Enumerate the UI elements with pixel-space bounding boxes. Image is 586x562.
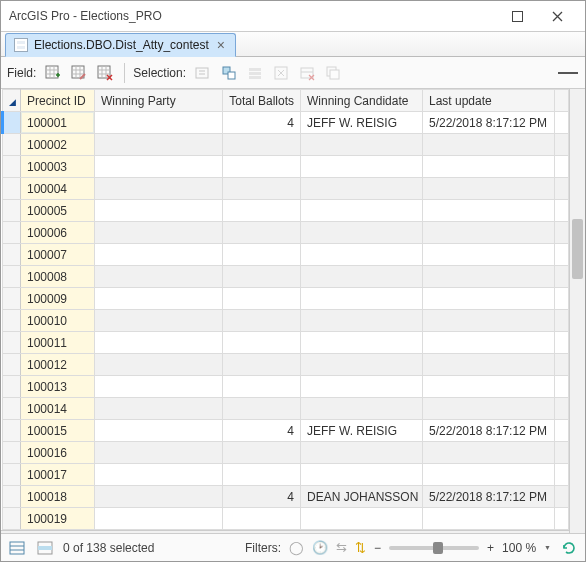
cell-winning-party[interactable]	[95, 178, 223, 200]
cell-winning-party[interactable]	[95, 486, 223, 508]
table-row[interactable]: 1000014JEFF W. REISIG5/22/2018 8:17:12 P…	[3, 112, 569, 134]
row-handle[interactable]	[3, 508, 21, 530]
cell-last-update[interactable]	[423, 508, 555, 530]
col-last-update[interactable]: Last update	[423, 90, 555, 112]
cell-winning-candidate[interactable]	[301, 156, 423, 178]
cell-precinct-id[interactable]: 100004	[21, 178, 95, 200]
cell-winning-party[interactable]	[95, 134, 223, 156]
cell-winning-candidate[interactable]	[301, 354, 423, 376]
cell-total-ballots[interactable]: 4	[223, 420, 301, 442]
cell-precinct-id[interactable]: 100008	[21, 266, 95, 288]
table-row[interactable]: 100017	[3, 464, 569, 486]
zoom-out-button[interactable]: −	[374, 541, 381, 555]
col-winning-candidate[interactable]: Winning Candidate	[301, 90, 423, 112]
cell-precinct-id[interactable]: 100013	[21, 376, 95, 398]
cell-total-ballots[interactable]	[223, 266, 301, 288]
cell-winning-party[interactable]	[95, 464, 223, 486]
cell-precinct-id[interactable]: 100001	[21, 112, 95, 134]
window-close-button[interactable]	[537, 2, 577, 30]
table-tab[interactable]: Elections.DBO.Dist_Atty_contest ×	[5, 33, 236, 57]
cell-last-update[interactable]	[423, 244, 555, 266]
row-handle[interactable]	[3, 134, 21, 156]
cell-last-update[interactable]	[423, 134, 555, 156]
cell-total-ballots[interactable]	[223, 178, 301, 200]
col-total-ballots[interactable]: Total Ballots	[223, 90, 301, 112]
add-field-button[interactable]	[42, 62, 64, 84]
cell-last-update[interactable]	[423, 178, 555, 200]
calculate-field-button[interactable]	[68, 62, 90, 84]
row-handle[interactable]	[3, 376, 21, 398]
cell-precinct-id[interactable]: 100002	[21, 134, 95, 156]
cell-winning-party[interactable]	[95, 266, 223, 288]
cell-winning-candidate[interactable]	[301, 178, 423, 200]
row-handle[interactable]	[3, 266, 21, 288]
cell-last-update[interactable]	[423, 310, 555, 332]
row-handle[interactable]	[3, 288, 21, 310]
table-row[interactable]: 100002	[3, 134, 569, 156]
cell-winning-candidate[interactable]: JEFF W. REISIG	[301, 420, 423, 442]
scrollbar-thumb[interactable]	[572, 219, 583, 279]
cell-last-update[interactable]	[423, 442, 555, 464]
cell-last-update[interactable]	[423, 288, 555, 310]
cell-total-ballots[interactable]	[223, 354, 301, 376]
filter-arrows-icon[interactable]: ⇅	[355, 540, 366, 555]
cell-total-ballots[interactable]	[223, 200, 301, 222]
table-row[interactable]: 100009	[3, 288, 569, 310]
row-handle[interactable]	[3, 442, 21, 464]
cell-precinct-id[interactable]: 100012	[21, 354, 95, 376]
cell-winning-party[interactable]	[95, 376, 223, 398]
zoom-slider[interactable]	[389, 546, 479, 550]
refresh-button[interactable]	[559, 538, 579, 558]
zoom-slider-knob[interactable]	[433, 542, 443, 554]
cell-winning-party[interactable]	[95, 398, 223, 420]
cell-precinct-id[interactable]: 100016	[21, 442, 95, 464]
corner-cell[interactable]: ◢	[3, 90, 21, 112]
col-winning-party[interactable]: Winning Party	[95, 90, 223, 112]
cell-last-update[interactable]: 5/22/2018 8:17:12 PM	[423, 486, 555, 508]
cell-last-update[interactable]	[423, 266, 555, 288]
cell-winning-party[interactable]	[95, 222, 223, 244]
cell-winning-party[interactable]	[95, 310, 223, 332]
row-handle[interactable]	[3, 310, 21, 332]
cell-precinct-id[interactable]: 100006	[21, 222, 95, 244]
switch-selection-button[interactable]	[244, 62, 266, 84]
cell-winning-party[interactable]	[95, 200, 223, 222]
cell-winning-party[interactable]	[95, 244, 223, 266]
cell-winning-candidate[interactable]: JEFF W. REISIG	[301, 112, 423, 134]
cell-last-update[interactable]: 5/22/2018 8:17:12 PM	[423, 112, 555, 134]
cell-winning-party[interactable]	[95, 420, 223, 442]
table-row[interactable]: 100012	[3, 354, 569, 376]
table-row[interactable]: 100006	[3, 222, 569, 244]
table-row[interactable]: 100008	[3, 266, 569, 288]
row-handle[interactable]	[3, 398, 21, 420]
horizontal-scrollbar[interactable]	[1, 530, 569, 533]
zoom-in-button[interactable]: +	[487, 541, 494, 555]
cell-precinct-id[interactable]: 100011	[21, 332, 95, 354]
clear-selection-button[interactable]	[270, 62, 292, 84]
cell-total-ballots[interactable]	[223, 134, 301, 156]
cell-winning-candidate[interactable]	[301, 134, 423, 156]
table-row[interactable]: 100004	[3, 178, 569, 200]
table-menu-button[interactable]	[557, 62, 579, 84]
cell-precinct-id[interactable]: 100005	[21, 200, 95, 222]
row-handle[interactable]	[3, 222, 21, 244]
table-row[interactable]: 100011	[3, 332, 569, 354]
cell-precinct-id[interactable]: 100015	[21, 420, 95, 442]
cell-precinct-id[interactable]: 100019	[21, 508, 95, 530]
cell-last-update[interactable]	[423, 464, 555, 486]
attribute-table[interactable]: ◢ Precinct ID Winning Party Total Ballot…	[1, 89, 569, 530]
cell-winning-candidate[interactable]	[301, 332, 423, 354]
cell-precinct-id[interactable]: 100014	[21, 398, 95, 420]
zoom-dropdown-icon[interactable]: ▼	[544, 544, 551, 551]
col-precinct-id[interactable]: Precinct ID	[21, 90, 95, 112]
vertical-scrollbar[interactable]	[569, 89, 585, 533]
cell-precinct-id[interactable]: 100007	[21, 244, 95, 266]
cell-winning-candidate[interactable]	[301, 442, 423, 464]
cell-winning-party[interactable]	[95, 156, 223, 178]
cell-winning-candidate[interactable]	[301, 376, 423, 398]
cell-precinct-id[interactable]: 100017	[21, 464, 95, 486]
cell-total-ballots[interactable]	[223, 464, 301, 486]
show-all-records-button[interactable]	[7, 538, 27, 558]
cell-total-ballots[interactable]	[223, 376, 301, 398]
zoom-to-selection-button[interactable]	[218, 62, 240, 84]
